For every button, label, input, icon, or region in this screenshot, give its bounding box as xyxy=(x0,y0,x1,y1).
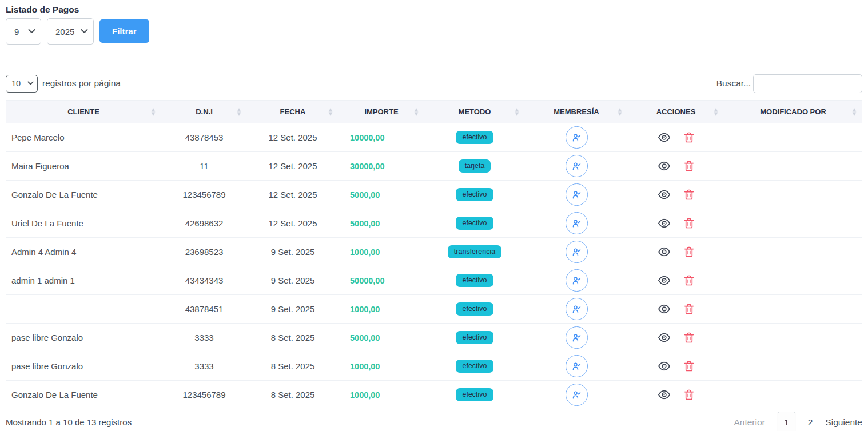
delete-button[interactable] xyxy=(684,160,694,172)
date-cell: 9 Set. 2025 xyxy=(247,266,339,295)
view-button[interactable] xyxy=(658,388,671,401)
column-header-importe[interactable]: IMPORTE xyxy=(339,101,424,123)
date-cell: 12 Set. 2025 xyxy=(247,181,339,209)
page-size-select[interactable]: 10 xyxy=(6,75,38,93)
trash-icon xyxy=(684,131,694,143)
filter-button[interactable]: Filtrar xyxy=(99,19,149,43)
view-button[interactable] xyxy=(658,131,671,144)
method-cell: efectivo xyxy=(424,324,525,352)
column-header-membresia[interactable]: MEMBRESÍA xyxy=(525,101,628,123)
delete-button[interactable] xyxy=(684,131,694,143)
view-button[interactable] xyxy=(658,217,671,230)
dni-cell: 3333 xyxy=(161,352,247,381)
column-header-modificado-por[interactable]: MODIFICADO POR xyxy=(724,101,862,123)
trash-icon xyxy=(684,189,694,201)
client-name-cell: admin 1 admin 1 xyxy=(6,266,161,295)
modified-by-cell xyxy=(724,209,862,238)
page-button-1[interactable]: 1 xyxy=(778,412,795,431)
page-size-label: registros por página xyxy=(42,78,121,89)
view-button[interactable] xyxy=(658,331,671,344)
dni-cell: 11 xyxy=(161,152,247,181)
table-row: 43878451 9 Set. 2025 1000,00 efectivo xyxy=(6,295,862,324)
amount-cell: 1000,00 xyxy=(339,381,424,409)
page-button-2[interactable]: 2 xyxy=(808,417,813,428)
modified-by-cell xyxy=(724,123,862,152)
table-row: Maira Figueroa 11 12 Set. 2025 30000,00 … xyxy=(6,152,862,181)
previous-page-button[interactable]: Anterior xyxy=(734,417,765,428)
client-name-cell: pase libre Gonzalo xyxy=(6,324,161,352)
membership-button[interactable] xyxy=(566,298,588,320)
delete-button[interactable] xyxy=(684,332,694,344)
actions-cell xyxy=(628,209,724,238)
column-header-cliente[interactable]: CLIENTE xyxy=(6,101,161,123)
sort-diamond-icon xyxy=(852,108,857,116)
column-header-fecha[interactable]: FECHA xyxy=(247,101,339,123)
membership-button[interactable] xyxy=(566,155,588,177)
method-cell: efectivo xyxy=(424,381,525,409)
amount-cell: 1000,00 xyxy=(339,238,424,266)
date-cell: 9 Set. 2025 xyxy=(247,295,339,324)
view-button[interactable] xyxy=(658,159,671,173)
payment-method-badge: efectivo xyxy=(456,331,493,344)
trash-icon xyxy=(684,246,694,258)
delete-button[interactable] xyxy=(684,246,694,258)
membership-button[interactable] xyxy=(566,355,588,377)
column-header-acciones[interactable]: ACCIONES xyxy=(628,101,724,123)
eye-icon xyxy=(658,331,671,344)
membership-button[interactable] xyxy=(566,241,588,263)
page-size-select-wrap: 10 xyxy=(6,75,38,93)
membership-button[interactable] xyxy=(566,212,588,234)
view-button[interactable] xyxy=(658,188,671,201)
column-header-dni[interactable]: D.N.I xyxy=(161,101,247,123)
view-button[interactable] xyxy=(658,302,671,316)
search-input[interactable] xyxy=(753,74,862,93)
delete-button[interactable] xyxy=(684,274,694,286)
membership-button[interactable] xyxy=(566,269,588,292)
dni-cell: 23698523 xyxy=(161,238,247,266)
view-button[interactable] xyxy=(658,360,671,373)
sort-diamond-icon xyxy=(328,108,333,116)
eye-icon xyxy=(658,245,671,258)
view-button[interactable] xyxy=(658,245,671,258)
client-name-cell: Uriel De La Fuente xyxy=(6,209,161,238)
membership-button[interactable] xyxy=(566,326,588,349)
amount-cell: 50000,00 xyxy=(339,266,424,295)
next-page-button[interactable]: Siguiente xyxy=(825,417,862,428)
modified-by-cell xyxy=(724,324,862,352)
membership-button[interactable] xyxy=(566,183,588,206)
year-select[interactable]: 2025 xyxy=(47,18,94,45)
table-header: CLIENTE D.N.I FECHA IMPORTE METODO MEMBR… xyxy=(6,101,862,123)
dni-cell: 43434343 xyxy=(161,266,247,295)
date-cell: 12 Set. 2025 xyxy=(247,152,339,181)
actions-cell xyxy=(628,324,724,352)
delete-button[interactable] xyxy=(684,389,694,401)
table-row: Pepe Marcelo 43878453 12 Set. 2025 10000… xyxy=(6,123,862,152)
delete-button[interactable] xyxy=(684,217,694,229)
delete-button[interactable] xyxy=(684,360,694,372)
table-row: Gonzalo De La Fuente 123456789 12 Set. 2… xyxy=(6,181,862,209)
date-cell: 9 Set. 2025 xyxy=(247,238,339,266)
month-select[interactable]: 9 xyxy=(6,18,41,45)
view-button[interactable] xyxy=(658,274,671,287)
delete-button[interactable] xyxy=(684,303,694,315)
actions-cell xyxy=(628,238,724,266)
payment-method-badge: efectivo xyxy=(456,188,493,201)
dni-cell: 43878453 xyxy=(161,123,247,152)
eye-icon xyxy=(658,302,671,316)
payment-method-badge: efectivo xyxy=(456,302,493,316)
client-name-cell: pase libre Gonzalo xyxy=(6,352,161,381)
eye-icon xyxy=(658,188,671,201)
page-title: Listado de Pagos xyxy=(6,5,862,15)
payments-table: CLIENTE D.N.I FECHA IMPORTE METODO MEMBR… xyxy=(6,100,862,409)
year-select-wrap: 2025 xyxy=(47,18,94,45)
table-row: Gonzalo De La Fuente 123456789 8 Set. 20… xyxy=(6,381,862,409)
payment-method-badge: efectivo xyxy=(456,360,493,373)
sort-diamond-icon xyxy=(414,108,419,116)
delete-button[interactable] xyxy=(684,189,694,201)
payment-method-badge: efectivo xyxy=(456,274,493,287)
membership-button[interactable] xyxy=(566,126,588,149)
membership-cell xyxy=(525,352,628,381)
membership-button[interactable] xyxy=(566,384,588,406)
amount-cell: 30000,00 xyxy=(339,152,424,181)
column-header-metodo[interactable]: METODO xyxy=(424,101,525,123)
